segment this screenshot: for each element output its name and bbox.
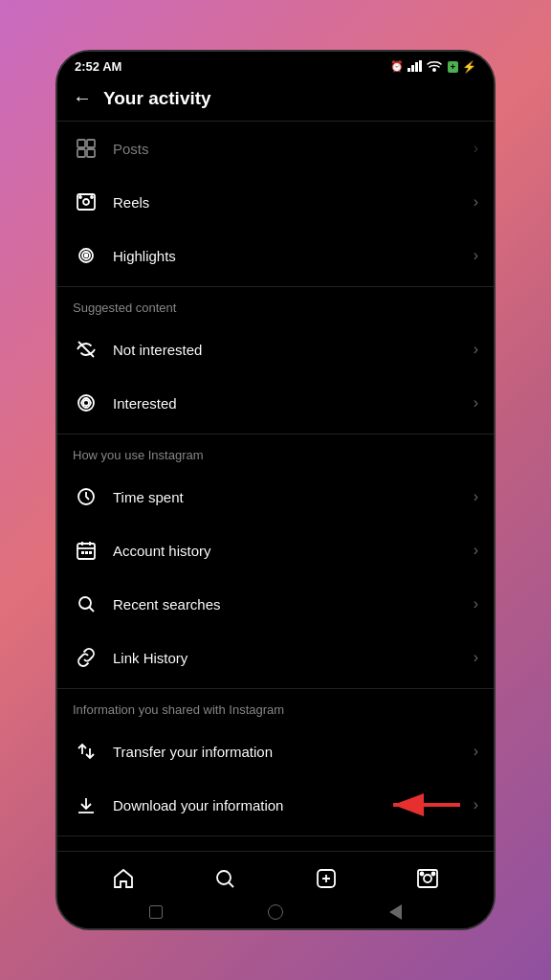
menu-item-time-spent[interactable]: Time spent › xyxy=(57,470,494,523)
header: ← Your activity xyxy=(57,78,494,122)
menu-item-reels[interactable]: Reels › xyxy=(57,175,494,229)
search-icon xyxy=(73,590,99,617)
svg-rect-0 xyxy=(408,68,410,72)
menu-item-highlights[interactable]: Highlights › xyxy=(57,229,494,282)
bolt-icon: ⚡ xyxy=(462,60,476,74)
transfer-label: Transfer your information xyxy=(113,744,474,760)
svg-rect-1 xyxy=(411,65,414,72)
svg-rect-26 xyxy=(89,551,92,554)
svg-rect-7 xyxy=(77,149,85,157)
content-area: Posts › Reels › xyxy=(57,122,494,851)
alarm-icon: ⏰ xyxy=(390,60,404,73)
svg-rect-2 xyxy=(415,62,418,72)
menu-item-posts[interactable]: Posts › xyxy=(57,122,494,175)
nav-home[interactable] xyxy=(106,861,141,896)
svg-rect-25 xyxy=(85,551,88,554)
svg-point-42 xyxy=(421,873,424,876)
back-button[interactable]: ← xyxy=(73,87,92,109)
chevron-icon: › xyxy=(474,649,478,666)
chevron-icon: › xyxy=(474,193,478,211)
red-arrow-annotation xyxy=(388,793,465,816)
wifi-icon xyxy=(427,60,442,74)
menu-item-link-history[interactable]: Link History › xyxy=(57,631,494,684)
suggested-label: Suggested content xyxy=(57,287,494,323)
page-title: Your activity xyxy=(103,88,211,109)
download-icon xyxy=(73,791,99,818)
svg-rect-8 xyxy=(87,149,95,157)
posts-label: Posts xyxy=(113,141,474,157)
chevron-icon: › xyxy=(474,140,478,157)
usage-label: How you use Instagram xyxy=(57,434,494,470)
svg-rect-6 xyxy=(87,140,95,147)
svg-rect-5 xyxy=(77,140,85,147)
chevron-icon: › xyxy=(474,247,478,264)
menu-item-download[interactable]: Download your information › xyxy=(57,778,494,832)
usage-section: How you use Instagram Time spent › xyxy=(57,434,494,689)
time-spent-label: Time spent xyxy=(113,489,474,505)
svg-point-10 xyxy=(83,199,89,205)
nav-reels[interactable] xyxy=(410,861,445,896)
chevron-icon: › xyxy=(474,394,478,412)
info-section: Information you shared with Instagram Tr… xyxy=(57,689,494,836)
menu-item-transfer[interactable]: Transfer your information › xyxy=(57,724,494,778)
battery-icon: + xyxy=(448,61,458,73)
phone-frame: 2:52 AM ⏰ + ⚡ ← xyxy=(55,50,496,930)
not-interested-icon xyxy=(73,336,99,363)
not-interested-label: Not interested xyxy=(113,342,474,358)
gesture-back[interactable] xyxy=(385,902,406,923)
chevron-icon: › xyxy=(474,595,478,612)
svg-point-35 xyxy=(217,871,231,884)
reels-label: Reels xyxy=(113,194,474,211)
svg-line-36 xyxy=(229,882,233,887)
svg-point-15 xyxy=(85,255,88,257)
menu-item-account-history[interactable]: Account history › xyxy=(57,523,494,577)
svg-rect-3 xyxy=(419,60,422,72)
reels-icon xyxy=(73,189,99,215)
chevron-icon: › xyxy=(474,542,478,559)
chevron-icon: › xyxy=(474,743,478,760)
menu-item-not-interested[interactable]: Not interested › xyxy=(57,323,494,376)
content-section: Posts › Reels › xyxy=(57,122,494,287)
svg-point-43 xyxy=(432,873,435,876)
nav-icons xyxy=(57,861,494,896)
interested-label: Interested xyxy=(113,395,474,412)
status-icons: ⏰ + ⚡ xyxy=(390,60,476,74)
chevron-icon: › xyxy=(474,796,478,813)
signal-icon xyxy=(408,60,423,74)
account-history-label: Account history xyxy=(113,543,474,559)
svg-point-18 xyxy=(83,400,89,406)
link-icon xyxy=(73,644,99,671)
suggested-section: Suggested content Not interested › xyxy=(57,287,494,434)
svg-point-11 xyxy=(79,196,81,198)
svg-rect-24 xyxy=(81,551,84,554)
menu-item-interested[interactable]: Interested › xyxy=(57,376,494,430)
menu-item-recent-searches[interactable]: Recent searches › xyxy=(57,577,494,631)
info-label: Information you shared with Instagram xyxy=(57,689,494,724)
transfer-icon xyxy=(73,738,99,765)
nav-gestures xyxy=(57,896,494,924)
svg-point-41 xyxy=(424,875,431,882)
svg-line-28 xyxy=(90,608,95,612)
highlights-label: Highlights xyxy=(113,248,474,264)
grid-icon xyxy=(73,135,99,162)
clock-icon xyxy=(73,483,99,510)
status-bar: 2:52 AM ⏰ + ⚡ xyxy=(57,52,494,78)
svg-point-4 xyxy=(433,68,435,70)
bottom-nav xyxy=(57,851,494,928)
status-time: 2:52 AM xyxy=(75,59,121,74)
svg-point-12 xyxy=(91,196,93,198)
nav-add[interactable] xyxy=(309,861,343,896)
svg-point-27 xyxy=(79,597,91,609)
interested-icon xyxy=(73,390,99,416)
chevron-icon: › xyxy=(474,488,478,505)
chevron-icon: › xyxy=(474,341,478,358)
gesture-circle[interactable] xyxy=(265,902,286,923)
nav-search[interactable] xyxy=(208,861,242,896)
calendar-icon xyxy=(73,537,99,564)
link-history-label: Link History xyxy=(113,650,474,666)
gesture-square[interactable] xyxy=(145,902,166,923)
recent-searches-label: Recent searches xyxy=(113,596,474,612)
highlights-icon xyxy=(73,242,99,269)
